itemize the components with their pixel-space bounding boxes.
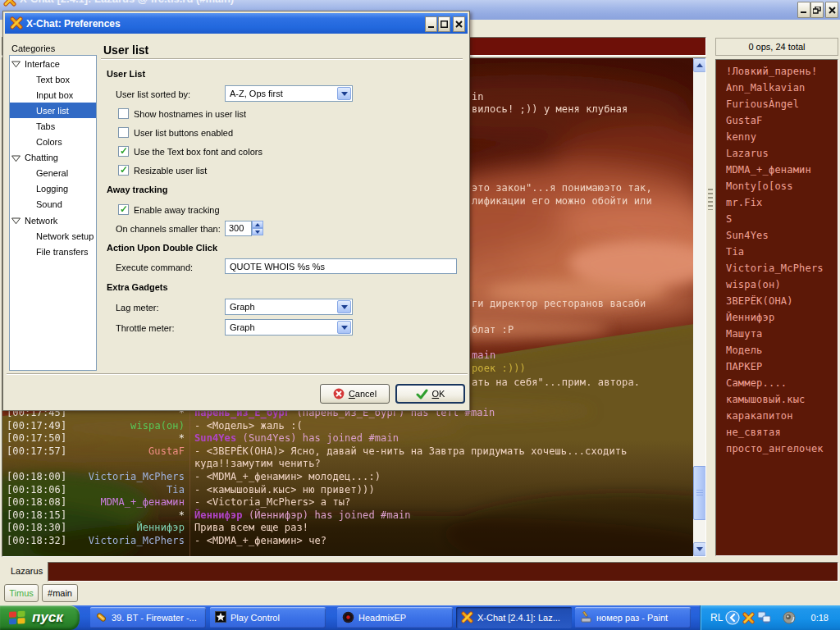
scrollbar-thumb[interactable] [693,466,706,520]
preferences-dialog: X-Chat: Preferences Categories Interface… [2,11,470,411]
userlist-item[interactable]: просто_ангелочек [726,443,824,454]
userlist-item[interactable]: не_святая [726,427,781,438]
checkbox-label[interactable]: Resizable user list [134,166,207,176]
execute-command-input[interactable]: QUOTE WHOIS %s %s [225,258,457,274]
checkbox-label[interactable]: Show hostnames in user list [134,109,246,119]
ok-button[interactable]: OK [395,384,465,404]
tree-item-text-box[interactable]: Text box [10,71,96,87]
language-indicator[interactable]: RL [710,612,723,623]
sorted-by-combo[interactable]: A-Z, Ops first [225,85,353,102]
userlist-item[interactable]: ПАРКЕР [726,361,763,372]
scroll-up-button[interactable] [693,58,706,72]
lag-meter-combo[interactable]: Graph [225,299,353,315]
tree-item-colors[interactable]: Colors [10,135,96,150]
start-button[interactable]: пуск [0,605,80,630]
main-restore-button[interactable] [810,2,824,18]
userlist-item[interactable]: FuriousÀngel [726,98,799,110]
userlist-item[interactable]: GustaF [726,115,763,126]
tray-collapse-chevron-icon[interactable] [725,610,740,625]
dialog-maximize-button[interactable] [438,16,450,32]
spinner-buttons [252,221,263,236]
ok-icon [416,389,428,399]
userlist-item[interactable]: Tia [726,246,744,258]
tree-item-chatting[interactable]: Chatting [10,150,96,166]
checkbox-label[interactable]: User list buttons enabled [134,128,233,138]
taskbar-button-xchat[interactable]: X-Chat [2.4.1]: Laz... [456,607,572,628]
checkbox-label[interactable]: Enable away tracking [134,205,220,215]
userlist-item[interactable]: Monty[o[oss [726,180,793,192]
checkbox-resizable-user-list[interactable]: ✓ [118,165,129,176]
userlist-item[interactable]: kenny [726,131,756,143]
userlist-item[interactable]: Саммер.... [726,377,787,389]
tray-network-icon[interactable] [757,611,771,624]
dialog-minimize-button[interactable] [425,16,437,32]
chat-row: [00:18:00]Victoria_McPhers- <MDMA_+_фена… [2,471,696,484]
xchat-dialog-icon [10,16,23,30]
userlist-item[interactable]: Sun4Yes [726,230,769,241]
checkbox-use-the-text-box-font-and-colors[interactable]: ✓ [118,146,129,157]
combo-dropdown-icon[interactable] [337,300,351,313]
tree-item-general[interactable]: General [10,166,96,181]
tree-item-network-setup[interactable]: Network setup [10,228,96,244]
tab-channel-main[interactable]: #main [42,584,78,602]
userlist-item[interactable]: S [726,213,732,225]
checkbox-show-hostnames-in-user-list[interactable] [118,108,129,119]
checkbox-enable-away-tracking[interactable]: ✓ [118,204,129,215]
userlist-item[interactable]: каракапитон [726,410,793,422]
taskbar-button-winamp[interactable]: 39. BT - Firewater -... [90,607,206,628]
throttle-meter-combo[interactable]: Graph [225,319,353,336]
tree-item-sound[interactable]: Sound [10,197,96,212]
scroll-down-button[interactable] [693,542,706,556]
xchat-icon [461,611,473,625]
main-minimize-button[interactable] [797,2,810,18]
userlist-item[interactable]: ЗВЕРЁК(ОНА) [726,295,793,307]
paint-icon [580,611,592,625]
userlist-item[interactable]: Victoria_McPhers [726,262,824,274]
tree-expander-icon[interactable] [11,154,21,164]
categories-tree[interactable]: InterfaceText boxInput boxUser listTabsC… [9,55,97,371]
tree-item-network[interactable]: Network [10,212,96,228]
dialog-titlebar[interactable]: X-Chat: Preferences [5,13,468,34]
tray-volume-icon[interactable] [783,611,796,624]
userlist-item[interactable]: Модель [726,345,763,356]
tray-xchat-icon[interactable] [742,612,755,624]
dialog-close-button[interactable] [453,16,465,32]
chat-scrollbar[interactable] [693,58,706,556]
userlist-item[interactable]: !Ловкий_парень! [726,66,817,77]
checkbox-label[interactable]: Use the Text box font and colors [134,147,262,157]
tree-item-file-transfers[interactable]: File transfers [10,244,96,259]
userlist-panel[interactable]: !Ловкий_парень!Ann_MalkavianFuriousÀngel… [715,59,838,556]
userlist-item[interactable]: MDMA_+_фенамин [726,164,811,176]
pane-divider-grip[interactable] [708,189,713,210]
main-close-button[interactable] [825,2,838,18]
combo-dropdown-icon[interactable] [337,87,351,100]
spin-up-button[interactable] [252,221,263,228]
userlist-item[interactable]: Йеннифэр [726,312,774,323]
userlist-item[interactable]: Машута [726,328,763,340]
tree-item-interface[interactable]: Interface [10,56,96,71]
userlist-item[interactable]: Lazarus [726,148,769,159]
tree-expander-icon[interactable] [11,217,21,226]
checkbox-user-list-buttons-enabled[interactable] [118,127,129,138]
userlist-item[interactable]: камышовый.кыс [726,394,806,405]
message-input[interactable] [48,562,838,582]
spin-down-button[interactable] [252,228,263,235]
channels-spinner[interactable]: 300 [225,221,252,236]
combo-dropdown-icon[interactable] [337,321,351,334]
cancel-button[interactable]: Cancel [320,384,390,404]
tab-server-timus[interactable]: Timus [4,584,39,602]
userlist-item[interactable]: Ann_Malkavian [726,82,806,94]
tree-item-user-list[interactable]: User list [10,103,96,118]
tree-item-tabs[interactable]: Tabs [10,118,96,134]
tree-expander-icon[interactable] [11,60,21,70]
userlist-item[interactable]: mr.Fix [726,197,763,208]
tree-item-input-box[interactable]: Input box [10,87,96,103]
taskbar-button-play-control[interactable]: Play Control [210,607,326,628]
tree-item-logging[interactable]: Logging [10,181,96,197]
cancel-icon [333,388,345,399]
taskbar-button-vinyl[interactable]: HeadmixEP [337,607,453,628]
userlist-item[interactable]: wispa(он) [726,279,781,290]
taskbar-button-paint[interactable]: номер раз - Paint [575,607,691,628]
page-title-separator [101,58,463,60]
vinyl-icon [342,611,354,625]
